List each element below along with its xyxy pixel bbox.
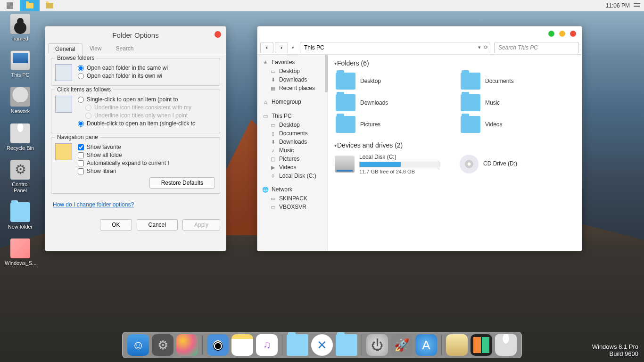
desktop-icon-user[interactable]: hamed (5, 14, 36, 42)
dock-photos[interactable] (446, 334, 468, 356)
taskbar-app-button[interactable] (40, 0, 59, 11)
dock-notes[interactable] (231, 334, 253, 356)
download-icon: ⬇ (270, 139, 276, 145)
forward-button[interactable]: › (275, 42, 288, 53)
explorer-sidebar: ★Favorites ▭Desktop ⬇Downloads ▦Recent p… (257, 55, 328, 251)
dock-trash[interactable] (495, 334, 517, 356)
drive-usage-bar (359, 162, 439, 167)
start-button[interactable] (0, 0, 20, 11)
dock-appstore[interactable]: A (415, 334, 437, 356)
sidebar-item-skinpack[interactable]: ▭SKINPACK (257, 194, 328, 203)
drive-local-c[interactable]: Local Disk (C:) 11.7 GB free of 24.6 GB (335, 154, 450, 174)
folder-videos[interactable]: Videos (460, 115, 575, 134)
refresh-icon[interactable]: ⟳ (484, 44, 488, 50)
trash-icon (10, 123, 30, 143)
history-dropdown[interactable]: ▾ (290, 45, 296, 50)
folder-options-dialog: Folder Options General View Search Brows… (45, 26, 226, 251)
radio-own-window[interactable] (78, 73, 84, 79)
dock-power[interactable]: ⏻ (366, 334, 388, 356)
dock: ☺ ⚙ ◉ ✕ ⏻ 🚀 A (122, 332, 522, 358)
dock-folder-2[interactable] (336, 334, 357, 356)
sidebar-item-music[interactable]: ♪Music (257, 146, 328, 155)
address-dropdown-icon[interactable]: ▾ (478, 44, 481, 50)
sidebar-item-pictures[interactable]: ▢Pictures (257, 155, 328, 163)
restore-defaults-button[interactable]: Restore Defaults (149, 177, 215, 189)
folder-music[interactable]: Music (460, 93, 575, 112)
dock-tiles[interactable] (471, 334, 492, 356)
radio-double-click[interactable] (78, 121, 84, 127)
desktop-icon-newfolder[interactable]: New folder (5, 202, 36, 230)
sidebar-item-documents[interactable]: ▯Documents (257, 129, 328, 138)
tab-search[interactable]: Search (109, 43, 141, 54)
dialog-title: Folder Options (45, 26, 226, 43)
search-input[interactable]: Search This PC (494, 42, 579, 53)
desktop-icon-thispc[interactable]: This PC (5, 50, 36, 78)
folder-icon (461, 116, 480, 133)
taskbar-explorer-button[interactable] (20, 0, 40, 11)
folders-section-header[interactable]: Folders (6) (335, 59, 575, 67)
dock-itunes[interactable] (256, 334, 278, 356)
maximize-button[interactable] (559, 31, 565, 37)
sidebar-homegroup-header[interactable]: ⌂Homegroup (257, 97, 328, 107)
click-group-icon (55, 96, 72, 113)
sidebar-item-recent[interactable]: ▦Recent places (257, 84, 328, 92)
tab-view[interactable]: View (83, 43, 109, 54)
ok-button[interactable]: OK (100, 219, 132, 230)
drive-cd-d[interactable]: CD Drive (D:) (460, 154, 575, 174)
sidebar-item-videos[interactable]: ▶Videos (257, 163, 328, 172)
close-button[interactable] (570, 31, 576, 37)
sidebar-item-desktop[interactable]: ▭Desktop (257, 67, 328, 75)
installer-icon (10, 239, 30, 258)
disk-icon: ◊ (270, 173, 276, 179)
folder-documents[interactable]: Documents (460, 72, 575, 90)
desktop-icon-controlpanel[interactable]: Control Panel (5, 160, 36, 194)
desktop-icon-installer[interactable]: Windows_S... (5, 239, 36, 266)
check-auto-expand[interactable] (78, 160, 84, 166)
dock-safari[interactable]: ◉ (207, 334, 229, 356)
sidebar-network-header[interactable]: 🌐Network (257, 185, 328, 194)
folder-pictures[interactable]: Pictures (335, 115, 450, 134)
explorer-titlebar[interactable] (257, 26, 582, 41)
dock-gamecenter[interactable] (176, 334, 198, 356)
taskbar-clock[interactable]: 11:06 PM (606, 2, 630, 9)
cancel-button[interactable]: Cancel (137, 219, 178, 230)
minimize-button[interactable] (548, 31, 554, 37)
check-show-all-folders[interactable] (78, 152, 84, 158)
apply-button[interactable]: Apply (182, 219, 220, 230)
dock-separator (202, 335, 203, 355)
address-bar[interactable]: This PC ▾⟳ (300, 42, 490, 53)
dialog-tabs: General View Search (45, 43, 226, 54)
desktop-icon-network[interactable]: Network (5, 87, 36, 115)
folder-downloads[interactable]: Downloads (335, 93, 450, 112)
sidebar-item-downloads[interactable]: ⬇Downloads (257, 75, 328, 84)
disk-icon (335, 156, 355, 173)
dock-separator (362, 335, 362, 355)
close-button[interactable] (215, 31, 221, 38)
network-icon (10, 87, 30, 107)
desktop-icon-recyclebin[interactable]: Recycle Bin (5, 123, 36, 151)
sidebar-item-localdisk[interactable]: ◊Local Disk (C:) (257, 172, 328, 180)
dock-separator (441, 335, 442, 355)
check-show-libraries[interactable] (78, 168, 84, 174)
help-link[interactable]: How do I change folder options? (53, 201, 134, 208)
dock-settings[interactable]: ⚙ (152, 334, 173, 356)
tab-general[interactable]: General (48, 43, 83, 54)
sidebar-item-vboxsvr[interactable]: ▭VBOXSVR (257, 203, 328, 211)
tray-menu-icon[interactable] (634, 3, 640, 8)
download-icon: ⬇ (270, 77, 276, 82)
dock-launchpad[interactable]: 🚀 (391, 334, 413, 356)
radio-same-window[interactable] (78, 65, 84, 71)
folder-desktop[interactable]: Desktop (335, 72, 450, 90)
sidebar-item-downloads2[interactable]: ⬇Downloads (257, 138, 328, 146)
dock-finder[interactable]: ☺ (127, 334, 149, 356)
dock-x-app[interactable]: ✕ (311, 334, 333, 356)
check-show-favorites[interactable] (78, 144, 84, 150)
dock-folder-1[interactable] (287, 334, 308, 356)
sidebar-item-desktop2[interactable]: ▭Desktop (257, 121, 328, 129)
radio-single-click[interactable] (78, 97, 84, 103)
sidebar-thispc-header[interactable]: ▭This PC (257, 111, 328, 121)
drives-section-header[interactable]: Devices and drives (2) (335, 141, 575, 149)
sidebar-favorites-header[interactable]: ★Favorites (257, 58, 328, 67)
navigation-pane-group: Navigation pane Show favorite Show all f… (51, 137, 220, 194)
back-button[interactable]: ‹ (260, 42, 273, 53)
